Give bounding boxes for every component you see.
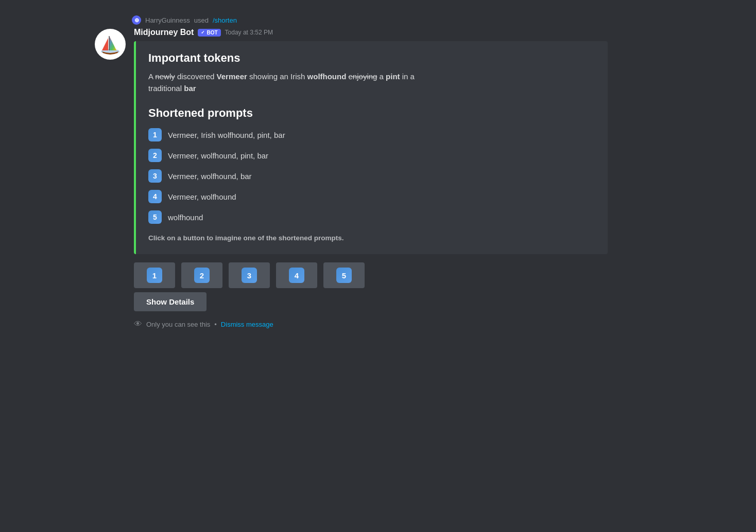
btn-number-4: 4: [289, 268, 304, 283]
show-details-button[interactable]: Show Details: [134, 292, 207, 311]
prompt-list: 1 Vermeer, Irish wolfhound, pint, bar 2 …: [148, 128, 595, 224]
message-container: ⊕ HarryGuinness used /shorten: [95, 15, 661, 329]
important-tokens-title: Important tokens: [148, 51, 595, 65]
list-item: 4 Vermeer, wolfhound: [148, 190, 595, 203]
buttons-row: 1 2 3 4 5: [134, 262, 661, 288]
bot-name: Midjourney Bot: [134, 28, 194, 37]
strikethrough-newly: newly: [155, 72, 175, 81]
strikethrough-enjoying: enjoying: [349, 72, 377, 81]
prompt-number-1: 1: [148, 128, 162, 141]
bold-bar: bar: [184, 84, 196, 93]
button-2[interactable]: 2: [181, 262, 222, 288]
eye-icon: 👁: [134, 320, 142, 329]
btn-number-2: 2: [194, 268, 210, 283]
message-content: Midjourney Bot BOT Today at 3:52 PM Impo…: [134, 28, 661, 329]
shortened-prompts-title: Shortened prompts: [148, 107, 595, 120]
bold-wolfhound: wolfhound: [307, 72, 347, 81]
timestamp: Today at 3:52 PM: [225, 29, 273, 36]
button-5[interactable]: 5: [323, 262, 365, 288]
command-link[interactable]: /shorten: [213, 16, 237, 24]
command-user: HarryGuinness: [145, 16, 190, 24]
btn-number-3: 3: [242, 268, 257, 283]
prompt-text-3: Vermeer, wolfhound, bar: [168, 172, 252, 181]
ephemeral-text: Only you can see this: [146, 321, 210, 328]
click-note: Click on a button to imagine one of the …: [148, 234, 595, 242]
message-header: Midjourney Bot BOT Today at 3:52 PM: [134, 28, 661, 37]
dismiss-link[interactable]: Dismiss message: [221, 321, 273, 328]
button-3[interactable]: 3: [229, 262, 270, 288]
button-1[interactable]: 1: [134, 262, 175, 288]
btn-number-1: 1: [147, 268, 162, 283]
list-item: 3 Vermeer, wolfhound, bar: [148, 169, 595, 183]
bold-vermeer: Vermeer: [217, 72, 247, 81]
avatar: [95, 29, 126, 60]
prompt-text-2: Vermeer, wolfhound, pint, bar: [168, 151, 268, 160]
list-item: 1 Vermeer, Irish wolfhound, pint, bar: [148, 128, 595, 141]
button-4[interactable]: 4: [276, 262, 317, 288]
message-row: Midjourney Bot BOT Today at 3:52 PM Impo…: [95, 28, 661, 329]
discord-icon: ⊕: [132, 15, 141, 25]
prompt-number-5: 5: [148, 210, 162, 224]
command-used-text: used: [194, 16, 209, 24]
btn-number-5: 5: [336, 268, 352, 283]
prompt-number-2: 2: [148, 149, 162, 162]
list-item: 5 wolfhound: [148, 210, 595, 224]
list-item: 2 Vermeer, wolfhound, pint, bar: [148, 149, 595, 162]
used-command-line: ⊕ HarryGuinness used /shorten: [95, 15, 661, 25]
bot-badge: BOT: [198, 29, 220, 37]
embed-description: A newly discovered Vermeer showing an Ir…: [148, 71, 595, 94]
prompt-text-1: Vermeer, Irish wolfhound, pint, bar: [168, 131, 285, 139]
embed-card: Important tokens A newly discovered Verm…: [134, 41, 608, 254]
prompt-text-5: wolfhound: [168, 213, 203, 222]
prompt-number-4: 4: [148, 190, 162, 203]
prompt-text-4: Vermeer, wolfhound: [168, 192, 236, 201]
ephemeral-separator: •: [214, 321, 217, 328]
prompt-number-3: 3: [148, 169, 162, 183]
ephemeral-notice: 👁 Only you can see this • Dismiss messag…: [134, 320, 661, 329]
bold-pint: pint: [386, 72, 400, 81]
